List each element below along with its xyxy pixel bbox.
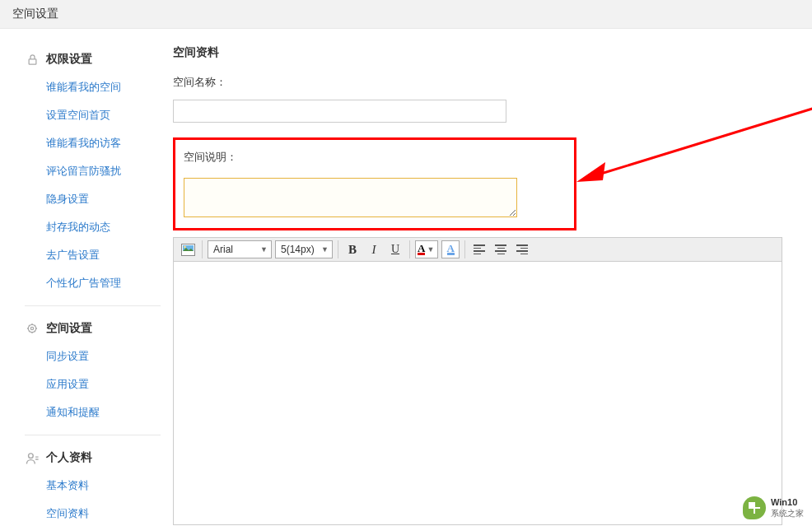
watermark-line2: 系统之家 [771, 508, 804, 519]
sidebar-item-who-view-space[interactable]: 谁能看我的空间 [25, 73, 161, 101]
sidebar-section-title: 权限设置 [46, 52, 92, 67]
italic-icon: I [372, 243, 376, 257]
toolbar-separator [338, 240, 338, 258]
editor-toolbar: Arial ▼ 5(14px) ▼ B I U A ▼ A [173, 237, 782, 262]
underline-button[interactable]: U [386, 240, 404, 258]
sidebar-header-permissions: 权限设置 [25, 45, 161, 73]
chevron-down-icon: ▼ [318, 245, 329, 254]
bold-icon: B [348, 243, 357, 257]
space-desc-textarea[interactable] [184, 178, 517, 217]
align-center-icon [495, 244, 506, 254]
image-icon [181, 244, 195, 256]
sidebar-header-space: 空间设置 [25, 314, 161, 342]
sidebar: 权限设置 谁能看我的空间 设置空间首页 谁能看我的访客 评论留言防骚扰 隐身设置… [0, 29, 161, 526]
watermark-line1: Win10 [771, 497, 804, 508]
sidebar-section-title: 空间设置 [46, 321, 92, 336]
text-color-icon: A [418, 244, 425, 255]
chevron-down-icon: ▼ [425, 245, 436, 254]
italic-button[interactable]: I [365, 240, 383, 258]
svg-marker-8 [576, 162, 605, 182]
sidebar-section-title: 个人资料 [46, 450, 92, 465]
space-name-label: 空间名称： [173, 75, 812, 90]
toolbar-separator [464, 240, 465, 258]
chevron-down-icon: ▼ [257, 245, 268, 254]
sidebar-item-set-homepage[interactable]: 设置空间首页 [25, 101, 161, 129]
font-size-value: 5(14px) [281, 244, 315, 255]
svg-point-6 [184, 245, 186, 248]
highlight-annotation: 空间说明： [173, 137, 576, 230]
font-family-select[interactable]: Arial ▼ [208, 240, 272, 258]
sidebar-section-profile: 个人资料 基本资料 空间资料 空间头像 [25, 444, 161, 526]
section-title: 空间资料 [173, 45, 812, 60]
main-content: 空间资料 空间名称： 空间说明： Arial ▼ 5(14px) ▼ [161, 29, 812, 526]
align-left-icon [474, 244, 485, 254]
page-title: 空间设置 [12, 7, 58, 20]
page-header: 空间设置 [0, 0, 812, 29]
sidebar-section-space: 空间设置 同步设置 应用设置 通知和提醒 [25, 314, 161, 426]
sidebar-item-who-view-visitors[interactable]: 谁能看我的访客 [25, 129, 161, 157]
main-container: 权限设置 谁能看我的空间 设置空间首页 谁能看我的访客 评论留言防骚扰 隐身设置… [0, 29, 812, 526]
highlight-color-button[interactable]: A [441, 240, 460, 258]
svg-rect-0 [29, 58, 36, 63]
toolbar-separator [409, 240, 410, 258]
align-center-button[interactable] [492, 240, 510, 258]
lock-icon [25, 52, 40, 67]
watermark-logo-icon [743, 496, 766, 519]
rich-editor: Arial ▼ 5(14px) ▼ B I U A ▼ A [173, 237, 782, 525]
person-icon [25, 450, 40, 465]
sidebar-header-profile: 个人资料 [25, 444, 161, 472]
sidebar-divider [25, 305, 161, 306]
sidebar-item-personalized-ads[interactable]: 个性化广告管理 [25, 269, 161, 297]
text-color-button[interactable]: A ▼ [415, 240, 438, 258]
svg-point-2 [30, 327, 33, 329]
align-right-icon [516, 244, 528, 254]
sidebar-divider [25, 435, 161, 435]
watermark-text: Win10 系统之家 [771, 497, 804, 519]
sidebar-item-invisible[interactable]: 隐身设置 [25, 185, 161, 213]
sidebar-item-notifications[interactable]: 通知和提醒 [25, 398, 161, 426]
sidebar-item-remove-ads[interactable]: 去广告设置 [25, 241, 161, 269]
underline-icon: U [391, 243, 399, 256]
sidebar-item-apps[interactable]: 应用设置 [25, 370, 161, 398]
sidebar-item-archive-feed[interactable]: 封存我的动态 [25, 213, 161, 241]
bold-button[interactable]: B [343, 240, 362, 258]
sidebar-section-permissions: 权限设置 谁能看我的空间 设置空间首页 谁能看我的访客 评论留言防骚扰 隐身设置… [25, 45, 161, 297]
toolbar-separator [202, 240, 203, 258]
sidebar-item-comment-spam[interactable]: 评论留言防骚扰 [25, 157, 161, 185]
font-family-value: Arial [213, 244, 233, 255]
font-size-select[interactable]: 5(14px) ▼ [275, 240, 333, 258]
editor-content-area[interactable] [173, 262, 782, 525]
align-left-button[interactable] [470, 240, 488, 258]
insert-image-button[interactable] [179, 240, 197, 258]
svg-point-3 [28, 453, 33, 458]
sidebar-item-basic-info[interactable]: 基本资料 [25, 472, 161, 500]
watermark: Win10 系统之家 [743, 496, 804, 519]
space-desc-label: 空间说明： [184, 150, 566, 165]
align-right-button[interactable] [513, 240, 531, 258]
sidebar-item-space-info[interactable]: 空间资料 [25, 500, 161, 526]
sidebar-item-sync[interactable]: 同步设置 [25, 342, 161, 370]
highlight-icon: A [447, 244, 455, 255]
space-name-input[interactable] [173, 100, 506, 123]
gear-icon [25, 321, 40, 336]
